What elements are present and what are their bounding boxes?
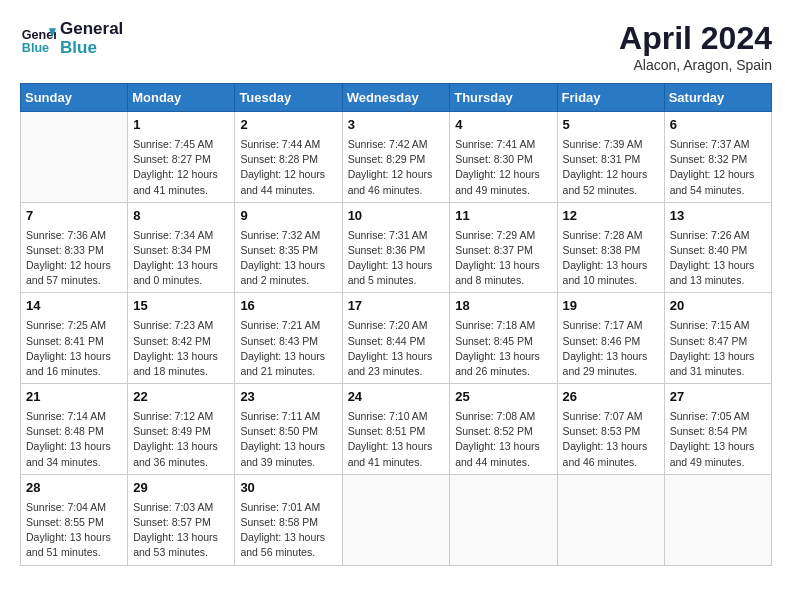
weekday-header: Thursday xyxy=(450,84,557,112)
day-number: 13 xyxy=(670,207,766,226)
day-info: Sunrise: 7:17 AM Sunset: 8:46 PM Dayligh… xyxy=(563,318,659,379)
calendar-cell xyxy=(450,474,557,565)
calendar-cell: 1Sunrise: 7:45 AM Sunset: 8:27 PM Daylig… xyxy=(128,112,235,203)
day-number: 16 xyxy=(240,297,336,316)
calendar-cell: 22Sunrise: 7:12 AM Sunset: 8:49 PM Dayli… xyxy=(128,384,235,475)
day-number: 24 xyxy=(348,388,445,407)
day-number: 9 xyxy=(240,207,336,226)
day-number: 15 xyxy=(133,297,229,316)
day-number: 5 xyxy=(563,116,659,135)
day-info: Sunrise: 7:39 AM Sunset: 8:31 PM Dayligh… xyxy=(563,137,659,198)
calendar-cell: 12Sunrise: 7:28 AM Sunset: 8:38 PM Dayli… xyxy=(557,202,664,293)
day-number: 7 xyxy=(26,207,122,226)
calendar-row: 28Sunrise: 7:04 AM Sunset: 8:55 PM Dayli… xyxy=(21,474,772,565)
calendar-cell: 5Sunrise: 7:39 AM Sunset: 8:31 PM Daylig… xyxy=(557,112,664,203)
day-number: 14 xyxy=(26,297,122,316)
weekday-header: Monday xyxy=(128,84,235,112)
month-title: April 2024 xyxy=(619,20,772,57)
logo-line2: Blue xyxy=(60,39,123,58)
day-number: 23 xyxy=(240,388,336,407)
day-info: Sunrise: 7:07 AM Sunset: 8:53 PM Dayligh… xyxy=(563,409,659,470)
day-number: 17 xyxy=(348,297,445,316)
day-info: Sunrise: 7:21 AM Sunset: 8:43 PM Dayligh… xyxy=(240,318,336,379)
calendar-cell: 2Sunrise: 7:44 AM Sunset: 8:28 PM Daylig… xyxy=(235,112,342,203)
calendar-cell: 21Sunrise: 7:14 AM Sunset: 8:48 PM Dayli… xyxy=(21,384,128,475)
calendar-cell: 11Sunrise: 7:29 AM Sunset: 8:37 PM Dayli… xyxy=(450,202,557,293)
day-info: Sunrise: 7:23 AM Sunset: 8:42 PM Dayligh… xyxy=(133,318,229,379)
day-number: 12 xyxy=(563,207,659,226)
weekday-header: Wednesday xyxy=(342,84,450,112)
day-info: Sunrise: 7:01 AM Sunset: 8:58 PM Dayligh… xyxy=(240,500,336,561)
calendar-cell: 30Sunrise: 7:01 AM Sunset: 8:58 PM Dayli… xyxy=(235,474,342,565)
location: Alacon, Aragon, Spain xyxy=(619,57,772,73)
calendar-cell: 28Sunrise: 7:04 AM Sunset: 8:55 PM Dayli… xyxy=(21,474,128,565)
day-info: Sunrise: 7:12 AM Sunset: 8:49 PM Dayligh… xyxy=(133,409,229,470)
calendar-cell: 6Sunrise: 7:37 AM Sunset: 8:32 PM Daylig… xyxy=(664,112,771,203)
calendar-cell: 14Sunrise: 7:25 AM Sunset: 8:41 PM Dayli… xyxy=(21,293,128,384)
day-number: 2 xyxy=(240,116,336,135)
day-info: Sunrise: 7:36 AM Sunset: 8:33 PM Dayligh… xyxy=(26,228,122,289)
day-info: Sunrise: 7:10 AM Sunset: 8:51 PM Dayligh… xyxy=(348,409,445,470)
day-info: Sunrise: 7:26 AM Sunset: 8:40 PM Dayligh… xyxy=(670,228,766,289)
day-info: Sunrise: 7:41 AM Sunset: 8:30 PM Dayligh… xyxy=(455,137,551,198)
day-number: 25 xyxy=(455,388,551,407)
calendar-cell: 7Sunrise: 7:36 AM Sunset: 8:33 PM Daylig… xyxy=(21,202,128,293)
calendar-row: 1Sunrise: 7:45 AM Sunset: 8:27 PM Daylig… xyxy=(21,112,772,203)
calendar-cell xyxy=(557,474,664,565)
calendar-cell: 13Sunrise: 7:26 AM Sunset: 8:40 PM Dayli… xyxy=(664,202,771,293)
weekday-header: Sunday xyxy=(21,84,128,112)
calendar-cell: 29Sunrise: 7:03 AM Sunset: 8:57 PM Dayli… xyxy=(128,474,235,565)
calendar-cell: 10Sunrise: 7:31 AM Sunset: 8:36 PM Dayli… xyxy=(342,202,450,293)
day-number: 27 xyxy=(670,388,766,407)
day-number: 18 xyxy=(455,297,551,316)
calendar-cell: 16Sunrise: 7:21 AM Sunset: 8:43 PM Dayli… xyxy=(235,293,342,384)
page-header: General Blue General Blue April 2024 Ala… xyxy=(20,20,772,73)
calendar-row: 14Sunrise: 7:25 AM Sunset: 8:41 PM Dayli… xyxy=(21,293,772,384)
day-number: 6 xyxy=(670,116,766,135)
calendar-cell: 25Sunrise: 7:08 AM Sunset: 8:52 PM Dayli… xyxy=(450,384,557,475)
calendar-cell: 27Sunrise: 7:05 AM Sunset: 8:54 PM Dayli… xyxy=(664,384,771,475)
day-info: Sunrise: 7:34 AM Sunset: 8:34 PM Dayligh… xyxy=(133,228,229,289)
calendar-table: SundayMondayTuesdayWednesdayThursdayFrid… xyxy=(20,83,772,566)
logo-line1: General xyxy=(60,20,123,39)
day-info: Sunrise: 7:14 AM Sunset: 8:48 PM Dayligh… xyxy=(26,409,122,470)
calendar-cell: 15Sunrise: 7:23 AM Sunset: 8:42 PM Dayli… xyxy=(128,293,235,384)
logo: General Blue General Blue xyxy=(20,20,123,57)
calendar-row: 21Sunrise: 7:14 AM Sunset: 8:48 PM Dayli… xyxy=(21,384,772,475)
day-info: Sunrise: 7:20 AM Sunset: 8:44 PM Dayligh… xyxy=(348,318,445,379)
day-info: Sunrise: 7:28 AM Sunset: 8:38 PM Dayligh… xyxy=(563,228,659,289)
calendar-cell: 20Sunrise: 7:15 AM Sunset: 8:47 PM Dayli… xyxy=(664,293,771,384)
day-info: Sunrise: 7:11 AM Sunset: 8:50 PM Dayligh… xyxy=(240,409,336,470)
day-number: 28 xyxy=(26,479,122,498)
logo-icon: General Blue xyxy=(20,21,56,57)
day-info: Sunrise: 7:05 AM Sunset: 8:54 PM Dayligh… xyxy=(670,409,766,470)
weekday-header: Tuesday xyxy=(235,84,342,112)
day-number: 22 xyxy=(133,388,229,407)
day-number: 20 xyxy=(670,297,766,316)
weekday-header: Friday xyxy=(557,84,664,112)
weekday-header: Saturday xyxy=(664,84,771,112)
day-number: 4 xyxy=(455,116,551,135)
calendar-cell: 3Sunrise: 7:42 AM Sunset: 8:29 PM Daylig… xyxy=(342,112,450,203)
day-info: Sunrise: 7:03 AM Sunset: 8:57 PM Dayligh… xyxy=(133,500,229,561)
day-info: Sunrise: 7:31 AM Sunset: 8:36 PM Dayligh… xyxy=(348,228,445,289)
day-info: Sunrise: 7:15 AM Sunset: 8:47 PM Dayligh… xyxy=(670,318,766,379)
weekday-header-row: SundayMondayTuesdayWednesdayThursdayFrid… xyxy=(21,84,772,112)
calendar-cell: 18Sunrise: 7:18 AM Sunset: 8:45 PM Dayli… xyxy=(450,293,557,384)
calendar-cell: 19Sunrise: 7:17 AM Sunset: 8:46 PM Dayli… xyxy=(557,293,664,384)
day-info: Sunrise: 7:42 AM Sunset: 8:29 PM Dayligh… xyxy=(348,137,445,198)
day-info: Sunrise: 7:29 AM Sunset: 8:37 PM Dayligh… xyxy=(455,228,551,289)
day-number: 10 xyxy=(348,207,445,226)
calendar-cell: 8Sunrise: 7:34 AM Sunset: 8:34 PM Daylig… xyxy=(128,202,235,293)
day-number: 29 xyxy=(133,479,229,498)
day-number: 21 xyxy=(26,388,122,407)
day-info: Sunrise: 7:18 AM Sunset: 8:45 PM Dayligh… xyxy=(455,318,551,379)
day-number: 1 xyxy=(133,116,229,135)
calendar-row: 7Sunrise: 7:36 AM Sunset: 8:33 PM Daylig… xyxy=(21,202,772,293)
day-number: 26 xyxy=(563,388,659,407)
calendar-cell xyxy=(21,112,128,203)
day-info: Sunrise: 7:37 AM Sunset: 8:32 PM Dayligh… xyxy=(670,137,766,198)
title-block: April 2024 Alacon, Aragon, Spain xyxy=(619,20,772,73)
day-info: Sunrise: 7:44 AM Sunset: 8:28 PM Dayligh… xyxy=(240,137,336,198)
calendar-cell xyxy=(664,474,771,565)
